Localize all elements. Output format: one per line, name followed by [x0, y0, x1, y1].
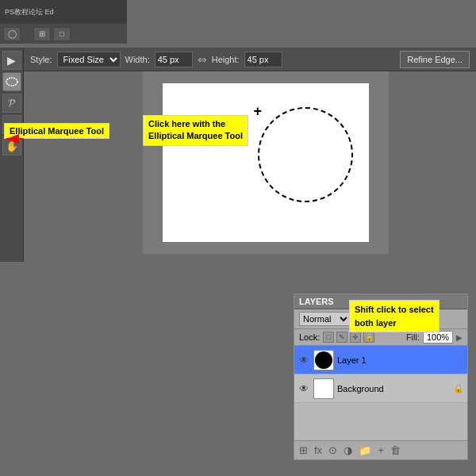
lock-position-icon[interactable]: ✛ [350, 332, 361, 343]
layers-group-icon[interactable]: 📁 [357, 444, 373, 456]
blend-mode-select[interactable]: Normal Multiply Screen [299, 312, 351, 326]
height-input[interactable] [244, 52, 282, 67]
tool-hand[interactable]: ✋ [2, 136, 21, 155]
fill-input[interactable] [423, 331, 453, 344]
layers-delete-icon[interactable]: 🗑 [389, 444, 402, 456]
bg-thumbnail [313, 378, 334, 399]
layers-new-icon[interactable]: + [376, 444, 386, 456]
bg-thumb-white [315, 380, 332, 397]
lock-pixels-icon[interactable]: ✎ [336, 332, 347, 343]
svg-point-0 [6, 78, 17, 86]
crosshair-cursor: + [253, 103, 262, 120]
tool-panel: ▶ 𝓟 ✒ ✋ [0, 48, 24, 278]
options-bar: Style: Fixed Size Normal Fixed Ratio Wid… [24, 48, 476, 71]
canvas-white[interactable]: + [163, 83, 369, 242]
selection-circle [258, 107, 353, 202]
style-label: Style: [30, 55, 52, 64]
layers-fx-icon[interactable]: fx [313, 444, 324, 456]
fill-label: Fill: [406, 332, 420, 342]
fill-arrow[interactable]: ▶ [456, 333, 463, 342]
layers-adj-icon[interactable]: ◑ [342, 444, 354, 456]
width-label: Width: [125, 55, 150, 64]
spacer [23, 30, 31, 38]
lock-all-icon[interactable]: 🔒 [363, 332, 374, 343]
title-bar: PS教程论坛 Ed [0, 0, 127, 24]
layers-title: LAYERS [299, 297, 334, 306]
shift-click-label: Shift click to selectboth layer [349, 300, 440, 332]
refine-edge-button[interactable]: Refine Edge... [400, 51, 470, 68]
tool-arrow[interactable]: ▶ [2, 51, 21, 70]
tool-lasso[interactable]: 𝓟 [2, 94, 21, 113]
layer1-name: Layer 1 [337, 355, 464, 365]
layers-link-icon[interactable]: ⊞ [298, 444, 309, 456]
layers-bottom-bar: ⊞ fx ⊙ ◑ 📁 + 🗑 [294, 440, 467, 459]
lock-label: Lock: [299, 332, 320, 342]
style-select[interactable]: Fixed Size Normal Fixed Ratio [57, 52, 121, 67]
canvas-area: + [143, 71, 389, 254]
icon-square[interactable]: □ [53, 27, 71, 41]
layer-row-1[interactable]: 👁 Layer 1 [294, 346, 467, 374]
lock-icons-group: □ ✎ ✛ 🔒 [323, 332, 374, 343]
icon-circle[interactable]: ◯ [3, 27, 21, 41]
click-here-label: Click here with theElliptical Marquee To… [143, 115, 248, 146]
bg-lock-icon: 🔒 [453, 383, 464, 393]
bg-name: Background [337, 384, 450, 393]
top-icon-row: ◯ ⊞ □ [0, 24, 127, 44]
layer1-thumb-circle [315, 351, 332, 369]
lock-transparent-icon[interactable]: □ [323, 332, 334, 343]
layer1-thumbnail [313, 350, 334, 370]
app-title: PS教程论坛 Ed [5, 7, 54, 17]
layer1-visibility[interactable]: 👁 [298, 354, 310, 367]
width-input[interactable] [155, 52, 193, 67]
icon-grid[interactable]: ⊞ [33, 27, 51, 41]
layers-mask-icon[interactable]: ⊙ [327, 444, 339, 456]
layer-row-bg[interactable]: 👁 Background 🔒 [294, 374, 467, 403]
bg-visibility[interactable]: 👁 [298, 382, 310, 395]
chain-link-icon: ⇔ [198, 53, 207, 66]
tool-elliptical-marquee[interactable] [2, 72, 21, 91]
height-label: Height: [212, 55, 240, 64]
elliptical-marquee-label: Elliptical Marquee Tool [4, 123, 109, 139]
